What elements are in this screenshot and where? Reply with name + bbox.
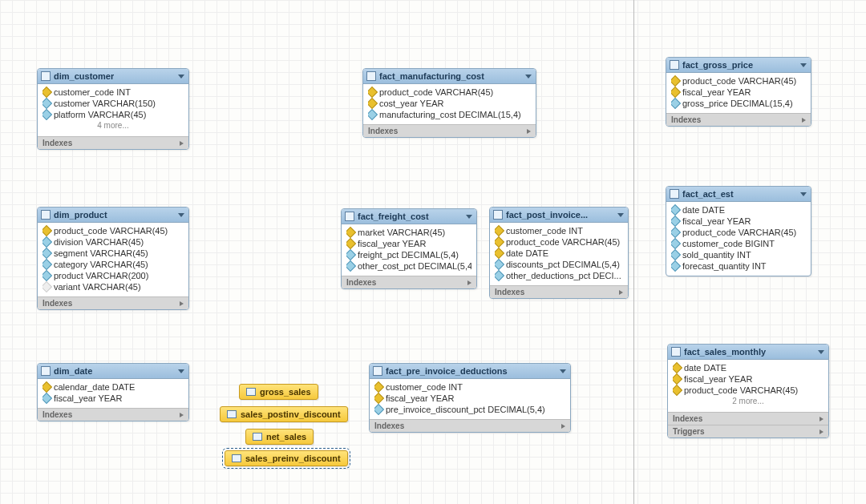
table-title: fact_pre_invoice_deductions <box>386 366 508 376</box>
table-fact-freight-cost[interactable]: fact_freight_cost market VARCHAR(45) fis… <box>341 208 477 289</box>
column: product_code VARCHAR(45) <box>495 236 623 248</box>
column-icon <box>374 404 384 415</box>
view-gross-sales[interactable]: gross_sales <box>239 384 318 400</box>
column-list: customer_code INT product_code VARCHAR(4… <box>490 223 628 285</box>
column-icon <box>671 98 681 109</box>
table-fact-post-invoice[interactable]: fact_post_invoice... customer_code INT p… <box>489 207 629 299</box>
column: category VARCHAR(45) <box>42 259 184 270</box>
triggers-section[interactable]: Triggers <box>668 425 828 437</box>
indexes-section[interactable]: Indexes <box>490 285 628 298</box>
indexes-section[interactable]: Indexes <box>38 136 188 149</box>
column: manufacturing_cost DECIMAL(15,4) <box>368 109 531 120</box>
column: division VARCHAR(45) <box>42 236 184 248</box>
column: customer VARCHAR(150) <box>42 98 184 109</box>
chevron-down-icon <box>178 75 184 79</box>
table-fact-manufacturing-cost[interactable]: fact_manufacturing_cost product_code VAR… <box>362 68 536 138</box>
chevron-down-icon <box>818 350 824 354</box>
table-icon <box>366 71 376 81</box>
chevron-right-icon <box>802 118 806 123</box>
column: fiscal_year YEAR <box>374 393 565 404</box>
view-icon <box>246 388 256 396</box>
view-icon <box>253 433 262 441</box>
column-icon <box>42 248 52 259</box>
column: date DATE <box>671 204 806 216</box>
column-icon <box>671 260 681 272</box>
column-icon <box>671 238 681 249</box>
column: variant VARCHAR(45) <box>42 281 184 292</box>
table-header[interactable]: fact_act_est <box>666 187 811 202</box>
table-header[interactable]: dim_date <box>38 364 188 379</box>
table-header[interactable]: dim_product <box>38 208 188 223</box>
table-header[interactable]: dim_customer <box>38 69 188 84</box>
view-net-sales[interactable]: net_sales <box>245 429 314 445</box>
table-title: fact_manufacturing_cost <box>379 71 484 81</box>
view-sales-preinv-discount[interactable]: sales_preinv_discount <box>225 450 348 466</box>
column: other_cost_pct DECIMAL(5,4) <box>346 260 471 272</box>
key-icon <box>346 227 356 238</box>
table-header[interactable]: fact_pre_invoice_deductions <box>370 364 570 379</box>
table-title: fact_post_invoice... <box>506 210 588 220</box>
table-title: dim_date <box>54 366 92 376</box>
column-icon <box>346 249 356 260</box>
column: product VARCHAR(200) <box>42 270 184 281</box>
view-label: sales_postinv_discount <box>241 409 341 419</box>
column-icon <box>368 109 378 120</box>
table-fact-sales-monthly[interactable]: fact_sales_monthly date DATE fiscal_year… <box>667 344 829 438</box>
indexes-section[interactable]: Indexes <box>370 419 570 432</box>
table-title: fact_gross_price <box>682 60 753 70</box>
column-list: date DATE fiscal_year YEAR product_code … <box>666 202 811 276</box>
view-label: sales_preinv_discount <box>245 454 341 463</box>
table-header[interactable]: fact_sales_monthly <box>668 345 828 360</box>
indexes-section[interactable]: Indexes <box>666 113 811 126</box>
more-columns[interactable]: 2 more... <box>673 396 824 408</box>
table-header[interactable]: fact_gross_price <box>666 58 811 73</box>
key-icon <box>495 248 504 259</box>
view-sales-postinv-discount[interactable]: sales_postinv_discount <box>220 406 348 422</box>
chevron-down-icon <box>617 213 624 217</box>
column: fiscal_year YEAR <box>42 393 184 404</box>
table-header[interactable]: fact_freight_cost <box>342 209 476 224</box>
chevron-right-icon <box>180 413 184 417</box>
view-label: gross_sales <box>260 387 311 397</box>
column: fiscal_year YEAR <box>673 373 824 385</box>
column-icon <box>495 259 504 270</box>
eer-canvas[interactable]: dim_customer customer_code INT customer … <box>0 0 866 504</box>
table-dim-date[interactable]: dim_date calendar_date DATE fiscal_year … <box>37 363 189 421</box>
column-list: date DATE fiscal_year YEAR product_code … <box>668 360 828 412</box>
indexes-section[interactable]: Indexes <box>38 408 188 421</box>
chevron-right-icon <box>180 141 184 146</box>
table-dim-customer[interactable]: dim_customer customer_code INT customer … <box>37 68 189 150</box>
key-icon <box>495 236 504 248</box>
column: discounts_pct DECIMAL(5,4) <box>495 259 623 270</box>
key-icon <box>495 225 504 236</box>
table-title: fact_act_est <box>682 189 734 199</box>
indexes-section[interactable]: Indexes <box>38 296 188 309</box>
table-fact-act-est[interactable]: fact_act_est date DATE fiscal_year YEAR … <box>666 186 811 276</box>
column-icon <box>42 281 52 292</box>
table-icon <box>670 189 679 199</box>
table-title: fact_freight_cost <box>358 212 429 221</box>
indexes-section[interactable]: Indexes <box>668 412 828 425</box>
table-icon <box>345 212 354 221</box>
table-fact-pre-invoice-deductions[interactable]: fact_pre_invoice_deductions customer_cod… <box>369 363 571 433</box>
more-columns[interactable]: 4 more... <box>42 120 184 132</box>
indexes-section[interactable]: Indexes <box>342 276 476 288</box>
table-header[interactable]: fact_post_invoice... <box>490 208 628 223</box>
column: product_code VARCHAR(45) <box>42 225 184 236</box>
column-icon <box>42 98 52 109</box>
table-fact-gross-price[interactable]: fact_gross_price product_code VARCHAR(45… <box>666 57 811 127</box>
key-icon <box>673 385 682 396</box>
column-list: calendar_date DATE fiscal_year YEAR <box>38 379 188 408</box>
table-dim-product[interactable]: dim_product product_code VARCHAR(45) div… <box>37 207 189 310</box>
chevron-down-icon <box>560 369 566 373</box>
table-title: dim_customer <box>54 71 114 81</box>
key-icon <box>346 238 356 249</box>
table-header[interactable]: fact_manufacturing_cost <box>363 69 536 84</box>
column: pre_invoice_discount_pct DECIMAL(5,4) <box>374 404 565 415</box>
column: customer_code BIGINT <box>671 238 806 249</box>
view-label: net_sales <box>266 432 306 442</box>
key-icon <box>42 381 52 393</box>
column: platform VARCHAR(45) <box>42 109 184 120</box>
indexes-section[interactable]: Indexes <box>363 124 536 137</box>
key-icon <box>671 75 681 87</box>
